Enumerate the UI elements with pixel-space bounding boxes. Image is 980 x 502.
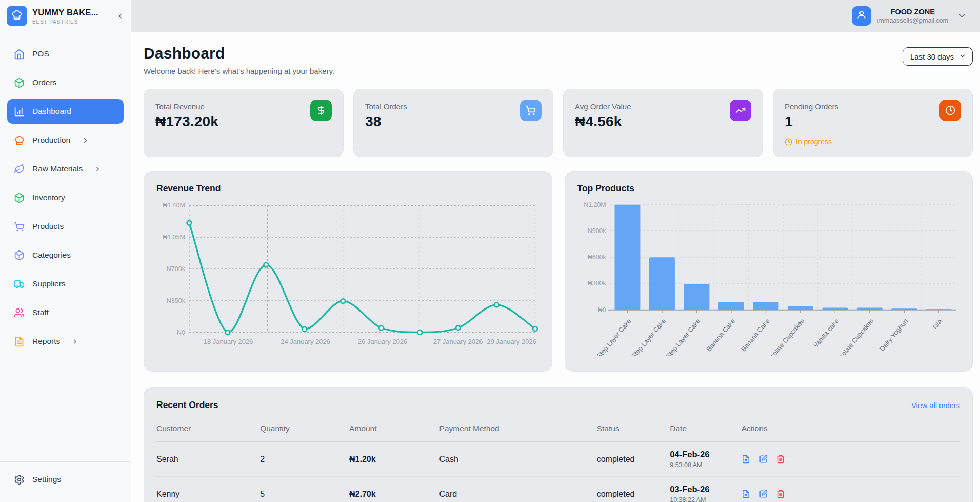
sidebar-item-orders[interactable]: Orders	[7, 70, 124, 95]
cell-payment-method: Cash	[439, 442, 597, 477]
stat-label: Total Revenue	[155, 102, 332, 111]
leaf-icon	[14, 164, 25, 175]
top-products-card: Top Products ₦1.20M₦900k₦600k₦300k₦0Step…	[565, 171, 973, 372]
stat-card-pending-orders: Pending Orders1In progress	[773, 89, 973, 157]
sidebar-item-products[interactable]: Products	[7, 214, 124, 239]
stat-card-avg-order-value: Avg Order Value₦4.56k	[563, 89, 763, 157]
view-order-button[interactable]	[742, 455, 750, 464]
chart-column-icon	[14, 106, 25, 117]
sidebar-item-label: Orders	[32, 78, 56, 87]
file-text-icon	[14, 336, 25, 347]
cell-actions	[742, 477, 960, 502]
delete-order-button[interactable]	[776, 490, 785, 498]
page-heading-block: Dashboard Welcome back! Here's what's ha…	[144, 45, 334, 75]
chef-hat-icon	[11, 9, 23, 21]
date-range-select[interactable]: Last 30 days	[903, 47, 973, 66]
users-icon	[14, 307, 25, 318]
stat-note: In progress	[785, 138, 961, 146]
svg-text:27 January 2026: 27 January 2026	[433, 338, 483, 345]
chevron-right-icon	[94, 165, 102, 173]
sidebar-item-suppliers[interactable]: Suppliers	[7, 272, 124, 296]
delete-order-button[interactable]	[776, 455, 785, 464]
stats-row: Total Revenue₦173.20kTotal Orders38Avg O…	[144, 89, 973, 157]
date-range-value: Last 30 days	[910, 52, 954, 61]
svg-text:Step Layer Cake: Step Layer Cake	[664, 317, 702, 356]
sidebar-item-label: Categories	[32, 250, 71, 260]
sidebar-item-label: POS	[32, 49, 49, 59]
cell-quantity: 5	[260, 477, 349, 502]
profile-meta: FOOD ZONE immaassells@gmail.com	[877, 8, 948, 24]
sidebar-item-categories[interactable]: Categories	[7, 243, 124, 267]
file-icon	[742, 455, 750, 464]
brand-block: YUMMY BAKE... BEST PASTRIES	[32, 8, 98, 25]
cell-amount: ₦2.70k	[349, 477, 439, 502]
top-products-svg: ₦1.20M₦900k₦600k₦300k₦0Step Layer CakeSt…	[577, 199, 961, 356]
sidebar-item-pos[interactable]: POS	[7, 42, 124, 66]
sidebar-item-settings[interactable]: Settings	[7, 467, 124, 492]
stat-icon-badge	[730, 100, 751, 121]
sidebar-item-dashboard[interactable]: Dashboard	[7, 99, 124, 124]
dollar-icon	[316, 105, 326, 115]
sidebar-item-label: Raw Materials	[32, 164, 83, 173]
revenue-trend-chart: ₦1.40M₦1.05M₦700k₦350k₦018 January 20262…	[156, 199, 539, 353]
page-title: Dashboard	[144, 45, 334, 62]
revenue-trend-card: Revenue Trend ₦1.40M₦1.05M₦700k₦350k₦018…	[144, 171, 552, 372]
svg-text:₦600k: ₦600k	[587, 254, 606, 261]
user-profile-menu[interactable]: FOOD ZONE immaassells@gmail.com	[852, 6, 967, 26]
stat-icon-badge	[310, 100, 332, 121]
chevron-down-icon	[959, 52, 966, 61]
user-name: FOOD ZONE	[891, 8, 935, 16]
edit-icon	[759, 490, 768, 498]
chef-hat-icon	[11, 9, 23, 23]
stat-label: Avg Order Value	[575, 102, 751, 111]
stat-card-total-revenue: Total Revenue₦173.20k	[144, 89, 344, 157]
svg-text:24 January 2026: 24 January 2026	[281, 338, 330, 345]
cell-date: 03-Feb-2610:38:22 AM	[670, 477, 741, 502]
sidebar-item-inventory[interactable]: Inventory	[7, 185, 124, 210]
sidebar-item-reports[interactable]: Reports	[7, 329, 124, 354]
cell-payment-method: Card	[439, 477, 597, 502]
svg-text:26 January 2026: 26 January 2026	[358, 338, 408, 345]
stat-value: ₦4.56k	[575, 113, 751, 130]
clock-icon	[945, 105, 955, 115]
view-all-orders-link[interactable]: View all orders	[911, 401, 960, 410]
sidebar-item-label: Products	[32, 222, 64, 231]
svg-text:₦0: ₦0	[177, 329, 185, 336]
edit-order-button[interactable]	[759, 490, 768, 498]
stat-value: 38	[365, 113, 542, 130]
view-order-button[interactable]	[742, 490, 750, 498]
orders-column-quantity: Quantity	[260, 417, 349, 442]
cell-customer: Serah	[156, 442, 260, 477]
top-products-chart: ₦1.20M₦900k₦600k₦300k₦0Step Layer CakeSt…	[577, 199, 961, 356]
recent-orders-title: Recent Orders	[156, 400, 218, 411]
status-badge: completed	[597, 477, 670, 502]
orders-table: CustomerQuantityAmountPayment MethodStat…	[156, 417, 960, 502]
svg-text:Step Layer Cake: Step Layer Cake	[595, 317, 632, 356]
gear-icon	[14, 474, 25, 485]
chef-hat-icon	[14, 135, 25, 146]
svg-text:₦1.20M: ₦1.20M	[584, 201, 606, 208]
sidebar-collapse-button[interactable]	[116, 12, 125, 21]
sidebar-nav: POSOrdersDashboardProductionRaw Material…	[0, 32, 131, 354]
edit-order-button[interactable]	[759, 455, 768, 464]
charts-row: Revenue Trend ₦1.40M₦1.05M₦700k₦350k₦018…	[144, 171, 973, 372]
chevron-down-icon	[957, 11, 967, 21]
cell-customer: Kenny	[156, 477, 260, 502]
orders-column-actions: Actions	[742, 417, 960, 442]
svg-text:Step Layer Cake: Step Layer Cake	[629, 317, 667, 356]
trash-icon	[776, 490, 785, 498]
house-icon	[14, 49, 25, 60]
stat-card-total-orders: Total Orders38	[353, 89, 553, 157]
revenue-trend-title: Revenue Trend	[156, 183, 539, 194]
table-row: Serah2₦1.20kCashcompleted04-Feb-269:53:0…	[156, 442, 960, 477]
sidebar-item-raw-materials[interactable]: Raw Materials	[7, 157, 124, 181]
page-subtitle: Welcome back! Here's what's happening at…	[144, 67, 334, 75]
stat-icon-badge	[520, 100, 542, 121]
chevron-right-icon	[82, 137, 89, 144]
app-title: YUMMY BAKE...	[32, 8, 98, 17]
package-icon	[14, 192, 25, 203]
sidebar-item-production[interactable]: Production	[7, 128, 124, 152]
sidebar-item-staff[interactable]: Staff	[7, 300, 124, 325]
cell-date: 04-Feb-269:53:08 AM	[670, 442, 741, 477]
user-email: immaassells@gmail.com	[877, 17, 948, 24]
